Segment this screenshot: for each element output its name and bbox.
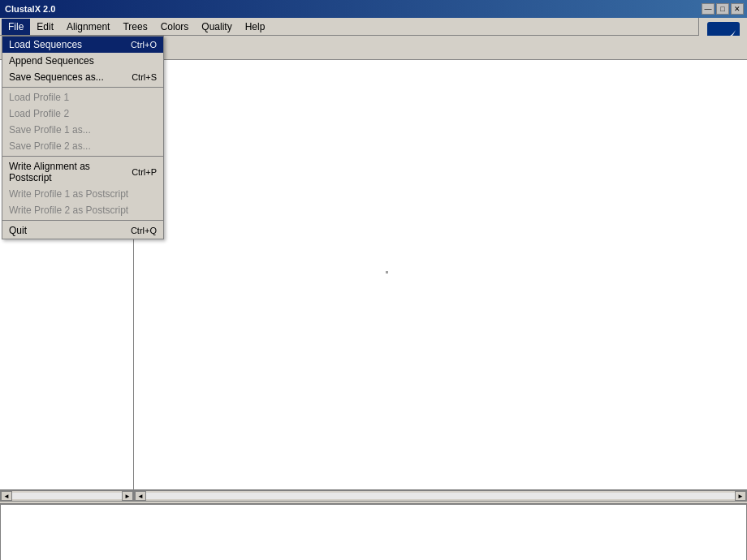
- hscroll-left-arrow-right[interactable]: ►: [122, 491, 133, 501]
- write-profile2-label: Write Profile 2 as Postscript: [9, 205, 128, 216]
- menu-load-profile1: Load Profile 1: [2, 89, 163, 106]
- menu-save-sequences-as[interactable]: Save Sequences as... Ctrl+S: [2, 69, 163, 85]
- hscroll-right-track[interactable]: [146, 493, 735, 499]
- window-title: ClustalX 2.0: [3, 4, 55, 14]
- save-sequences-shortcut: Ctrl+S: [132, 72, 157, 82]
- write-alignment-label: Write Alignment as Postscript: [9, 161, 115, 183]
- hscroll-left-arrow-left[interactable]: ◄: [1, 491, 12, 501]
- menu-colors[interactable]: Colors: [154, 19, 196, 35]
- close-button[interactable]: ✕: [731, 3, 744, 15]
- save-profile1-label: Save Profile 1 as...: [9, 124, 91, 136]
- menu-write-alignment-postscript[interactable]: Write Alignment as Postscript Ctrl+P: [2, 158, 163, 186]
- maximize-button[interactable]: □: [716, 3, 729, 15]
- status-panel: [0, 503, 747, 560]
- menu-bar: File Edit Alignment Trees Colors Quality…: [0, 18, 747, 36]
- menu-append-sequences[interactable]: Append Sequences: [2, 53, 163, 69]
- separator-2: [2, 156, 163, 157]
- write-profile1-label: Write Profile 1 as Postscript: [9, 188, 128, 200]
- window-controls: — □ ✕: [702, 3, 744, 15]
- menu-save-profile1-as: Save Profile 1 as...: [2, 122, 163, 138]
- save-sequences-label: Save Sequences as...: [9, 71, 104, 83]
- menu-load-sequences[interactable]: Load Sequences Ctrl+O: [2, 37, 163, 53]
- load-profile2-label: Load Profile 2: [9, 108, 69, 119]
- quit-label: Quit: [9, 225, 27, 236]
- menu-load-profile2: Load Profile 2: [2, 106, 163, 122]
- hscroll-right: ◄ ►: [134, 490, 747, 502]
- dot-indicator: [386, 271, 388, 274]
- menu-file[interactable]: File: [2, 19, 30, 35]
- title-bar: ClustalX 2.0 — □ ✕: [0, 0, 747, 18]
- hscroll-right-arrow-right[interactable]: ►: [735, 491, 746, 501]
- load-sequences-shortcut: Ctrl+O: [131, 40, 157, 50]
- write-alignment-shortcut: Ctrl+P: [132, 167, 157, 177]
- file-dropdown-menu: Load Sequences Ctrl+O Append Sequences S…: [2, 36, 164, 239]
- hscroll-left-track[interactable]: [12, 493, 122, 499]
- menu-write-profile1-postscript: Write Profile 1 as Postscript: [2, 186, 163, 202]
- minimize-button[interactable]: —: [702, 3, 715, 15]
- menu-help[interactable]: Help: [239, 19, 272, 35]
- append-sequences-label: Append Sequences: [9, 55, 94, 67]
- menu-write-profile2-postscript: Write Profile 2 as Postscript: [2, 202, 163, 218]
- load-sequences-label: Load Sequences: [9, 39, 82, 50]
- sequence-display-panel: [134, 60, 747, 490]
- menu-quit[interactable]: Quit Ctrl+Q: [2, 222, 163, 239]
- save-profile2-label: Save Profile 2 as...: [9, 140, 91, 152]
- menu-trees[interactable]: Trees: [116, 19, 153, 35]
- separator-1: [2, 87, 163, 88]
- menu-quality[interactable]: Quality: [195, 19, 238, 35]
- hscroll-right-arrow-left[interactable]: ◄: [135, 491, 146, 501]
- menu-edit[interactable]: Edit: [30, 19, 60, 35]
- separator-3: [2, 220, 163, 221]
- quit-shortcut: Ctrl+Q: [131, 226, 157, 235]
- load-profile1-label: Load Profile 1: [9, 92, 69, 103]
- menu-alignment[interactable]: Alignment: [60, 19, 116, 35]
- hscroll-left: ◄ ►: [0, 490, 134, 502]
- scrollbar-row: ◄ ► ◄ ►: [0, 490, 747, 502]
- menu-save-profile2-as: Save Profile 2 as...: [2, 138, 163, 154]
